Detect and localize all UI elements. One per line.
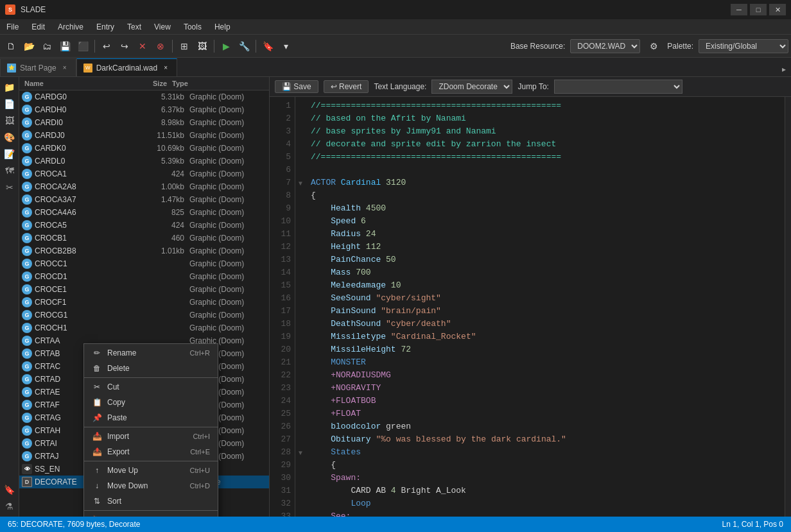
file-row[interactable]: GCROCF1Graphic (Doom): [19, 296, 269, 309]
palette-dropdown[interactable]: Existing/Global: [699, 39, 788, 53]
redo-button[interactable]: ↪: [116, 38, 133, 55]
line-number: 22: [270, 369, 291, 382]
file-name: CROCA2A8: [35, 182, 151, 191]
sidebar-palette-icon[interactable]: 🎨: [2, 130, 17, 145]
tab-scroll-arrow[interactable]: ▸: [779, 62, 788, 76]
open-recent-button[interactable]: 🗂: [39, 38, 55, 55]
sidebar-filter-icon[interactable]: ⚗: [2, 499, 17, 514]
context-menu-label: Move Down: [107, 481, 148, 490]
file-row[interactable]: GCROCA3A71.47kbGraphic (Doom): [19, 193, 269, 206]
file-row[interactable]: GCROCA4A6825Graphic (Doom): [19, 206, 269, 219]
col-name[interactable]: Name: [24, 80, 127, 87]
fold-marker: [295, 305, 306, 318]
save-entry-button[interactable]: 💾 Save: [275, 80, 318, 93]
file-size: 5.39kb: [151, 157, 189, 166]
fold-marker[interactable]: ▼: [295, 176, 306, 189]
context-menu-separator: [84, 377, 218, 378]
gfx-button[interactable]: 🖼: [194, 38, 211, 55]
file-row[interactable]: GCROCE1Graphic (Doom): [19, 283, 269, 296]
app-icon: S: [5, 4, 15, 15]
base-resource-dropdown[interactable]: DOOM2.WAD: [570, 39, 640, 53]
col-type[interactable]: Type: [172, 80, 249, 87]
context-menu-item-move-down[interactable]: ↓Move DownCtrl+D: [84, 478, 218, 493]
context-menu-item-cut[interactable]: ✂Cut: [84, 379, 218, 395]
context-menu-item-toggle-bookmark[interactable]: 🔖Toggle BookmarkCtrl+B: [84, 512, 218, 517]
tabs-bar: ⭐Start Page×WDarkCardinal.wad×▸: [0, 58, 791, 77]
file-row[interactable]: GCROCC1Graphic (Doom): [19, 257, 269, 270]
config-button[interactable]: 🔧: [236, 38, 252, 55]
tab-close-0[interactable]: ×: [60, 64, 69, 73]
sidebar-script-icon[interactable]: 📝: [2, 146, 17, 162]
menu-item-archive[interactable]: Archive: [51, 19, 90, 35]
close-button[interactable]: ✕: [769, 4, 786, 15]
file-row[interactable]: GCROCB2B81.01kbGraphic (Doom): [19, 245, 269, 257]
undo-button[interactable]: ↩: [98, 38, 115, 55]
file-row[interactable]: GCARDL05.39kbGraphic (Doom): [19, 155, 269, 167]
revert-button[interactable]: ↩ Revert: [324, 80, 369, 93]
context-menu-item-import[interactable]: 📥ImportCtrl+I: [84, 429, 218, 444]
file-row[interactable]: GCROCB1460Graphic (Doom): [19, 232, 269, 245]
context-menu-item-delete[interactable]: 🗑Delete: [84, 361, 218, 376]
file-row[interactable]: GCARDH06.37kbGraphic (Doom): [19, 103, 269, 116]
context-menu-item-export[interactable]: 📤ExportCtrl+E: [84, 444, 218, 459]
menu-item-edit[interactable]: Edit: [25, 19, 51, 35]
line-number: 16: [270, 292, 291, 305]
file-type: Graphic (Doom): [189, 169, 266, 178]
fold-marker: [295, 485, 306, 497]
file-type: Graphic (Doom): [189, 259, 266, 268]
sidebar-archive-icon[interactable]: 📁: [2, 80, 17, 95]
col-size[interactable]: Size: [127, 80, 172, 87]
tab-1[interactable]: WDarkCardinal.wad×: [76, 58, 177, 76]
sidebar-gfx-icon[interactable]: 🖼: [2, 113, 17, 128]
code-line: Mass 700: [311, 266, 779, 279]
run-button[interactable]: ▶: [218, 38, 234, 55]
context-menu-item-paste[interactable]: 📌Paste: [84, 410, 218, 425]
tab-0[interactable]: ⭐Start Page×: [0, 58, 76, 76]
menu-item-entry[interactable]: Entry: [90, 19, 121, 35]
minimize-button[interactable]: ─: [731, 4, 747, 15]
bookmark-button[interactable]: 🔖: [259, 38, 276, 55]
cancel-button[interactable]: ⊗: [152, 38, 169, 55]
toolbar-sep-2: [172, 40, 173, 53]
context-menu-icon: 🔖: [92, 515, 102, 517]
file-row[interactable]: GCARDK010.69kbGraphic (Doom): [19, 142, 269, 155]
file-row[interactable]: GCROCD1Graphic (Doom): [19, 270, 269, 283]
file-row[interactable]: GCROCA2A81.00kbGraphic (Doom): [19, 180, 269, 193]
save-all-button[interactable]: ⬛: [74, 38, 91, 55]
tab-close-1[interactable]: ×: [161, 64, 170, 73]
save-button[interactable]: 💾: [56, 38, 73, 55]
sidebar-entry-icon[interactable]: 📄: [2, 96, 17, 112]
file-row[interactable]: GCARDG05.31kbGraphic (Doom): [19, 90, 269, 103]
sidebar-bookmark-icon[interactable]: 🔖: [2, 482, 17, 497]
file-row[interactable]: GCROCA1424Graphic (Doom): [19, 167, 269, 180]
menu-item-text[interactable]: Text: [121, 19, 148, 35]
file-row[interactable]: GCROCA5424Graphic (Doom): [19, 219, 269, 232]
new-button[interactable]: 🗋: [3, 38, 19, 55]
sidebar-map-icon[interactable]: 🗺: [2, 163, 17, 178]
context-menu-item-sort[interactable]: ⇅Sort: [84, 493, 218, 509]
open-button[interactable]: 📂: [21, 38, 37, 55]
sidebar-cut-icon[interactable]: ✂: [2, 180, 17, 195]
menu-item-view[interactable]: View: [148, 19, 177, 35]
menu-item-help[interactable]: Help: [208, 19, 237, 35]
base-resource-settings[interactable]: ⚙: [645, 38, 662, 55]
right-scrollbar[interactable]: [785, 97, 791, 517]
maximize-button[interactable]: □: [750, 4, 767, 15]
code-area[interactable]: //======================================…: [306, 97, 785, 517]
editor-panel: 💾 Save ↩ Revert Text Language: ZDoom Dec…: [270, 77, 791, 517]
delete-button[interactable]: ✕: [134, 38, 151, 55]
jump-to-dropdown[interactable]: [554, 80, 682, 94]
text-language-dropdown[interactable]: ZDoom Decorate: [431, 80, 512, 94]
file-row[interactable]: GCARDI08.98kbGraphic (Doom): [19, 116, 269, 129]
bookmark-dropdown[interactable]: ▾: [277, 38, 294, 55]
context-menu-item-move-up[interactable]: ↑Move UpCtrl+U: [84, 463, 218, 478]
file-row[interactable]: GCROCG1Graphic (Doom): [19, 309, 269, 322]
menu-item-tools[interactable]: Tools: [177, 19, 208, 35]
file-row[interactable]: GCROCH1Graphic (Doom): [19, 322, 269, 334]
menu-item-file[interactable]: File: [0, 19, 25, 35]
file-row[interactable]: GCARDJ011.51kbGraphic (Doom): [19, 129, 269, 142]
import-button[interactable]: ⊞: [176, 38, 193, 55]
context-menu-item-rename[interactable]: ✏RenameCtrl+R: [84, 345, 218, 361]
fold-marker[interactable]: ▼: [295, 446, 306, 459]
context-menu-item-copy[interactable]: 📋Copy: [84, 395, 218, 410]
